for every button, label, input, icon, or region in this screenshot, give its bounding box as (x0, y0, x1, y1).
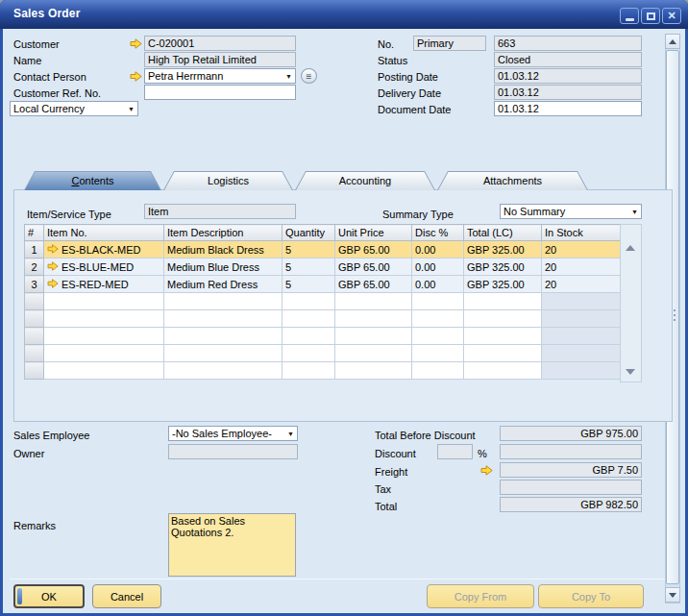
table-row-empty[interactable] (25, 310, 621, 328)
cancel-button-label: Cancel (111, 591, 143, 603)
copy-from-button[interactable]: Copy From (427, 584, 534, 608)
table-row[interactable]: 1ES-BLACK-MEDMedium Black Dress5GBP 65.0… (25, 241, 621, 259)
tab-accounting[interactable]: Accounting (295, 171, 435, 190)
column-header[interactable]: Disc % (412, 225, 464, 241)
disc-pct-cell[interactable]: 0.00 (412, 241, 464, 259)
customer-ref-label: Customer Ref. No. (13, 87, 101, 99)
table-scrollbar[interactable] (620, 224, 642, 382)
posting-date-field: 01.03.12 (494, 68, 642, 84)
column-header[interactable]: # (25, 225, 44, 241)
column-header[interactable]: Quantity (283, 225, 335, 241)
in-stock-cell[interactable]: 20 (542, 241, 621, 259)
summary-type-value: No Summary (504, 206, 565, 217)
tax-field (500, 480, 642, 495)
row-number-cell[interactable] (25, 328, 44, 345)
document-date-input[interactable] (494, 101, 642, 116)
discount-pct-field[interactable] (437, 444, 473, 459)
quantity-cell[interactable]: 5 (283, 259, 335, 276)
tab-label: Contents (24, 171, 161, 190)
link-arrow-icon[interactable] (47, 279, 59, 288)
contact-link-arrow-icon[interactable] (130, 71, 142, 82)
link-arrow-icon[interactable] (47, 261, 59, 271)
unit-price-cell[interactable]: GBP 65.00 (335, 241, 412, 259)
sales-employee-combo[interactable]: -No Sales Employee- ▼ (168, 426, 298, 441)
contact-menu-button[interactable]: ≡ (301, 68, 317, 84)
remarks-label: Remarks (13, 520, 56, 531)
no-series-field: Primary (413, 36, 486, 51)
quantity-cell[interactable]: 5 (283, 276, 335, 293)
row-number-cell[interactable]: 1 (25, 241, 44, 259)
copy-from-button-label: Copy From (455, 591, 506, 603)
table-row[interactable]: 3ES-RED-MEDMedium Red Dress5GBP 65.000.0… (25, 276, 621, 293)
tab-attachments[interactable]: Attachments (437, 171, 588, 190)
in-stock-cell[interactable]: 20 (542, 276, 621, 293)
delivery-date-label: Delivery Date (378, 87, 441, 99)
tab-logistics[interactable]: Logistics (163, 171, 293, 190)
customer-link-arrow-icon[interactable] (130, 38, 142, 49)
summary-type-label: Summary Type (382, 209, 454, 220)
column-header[interactable]: Item No. (44, 225, 164, 241)
summary-type-combo[interactable]: No Summary ▼ (500, 204, 642, 219)
item-description-cell[interactable]: Medium Blue Dress (164, 259, 283, 276)
table-row-empty[interactable] (25, 293, 621, 310)
item-description-cell[interactable]: Medium Red Dress (164, 276, 283, 293)
tab-label: Attachments (437, 171, 588, 190)
freight-label: Freight (375, 466, 407, 478)
chevron-down-icon[interactable]: ▼ (631, 209, 638, 215)
total-before-discount-field: GBP 975.00 (500, 426, 642, 441)
remarks-textarea[interactable]: Based on Sales Quotations 2. (168, 513, 296, 577)
row-number-cell[interactable] (25, 293, 44, 310)
ok-button[interactable]: OK (13, 584, 85, 608)
currency-combo[interactable]: Local Currency ▼ (10, 101, 138, 116)
window-scroll-down-button[interactable] (665, 587, 680, 603)
unit-price-cell[interactable]: GBP 65.00 (335, 259, 412, 276)
table-row[interactable]: 2ES-BLUE-MEDMedium Blue Dress5GBP 65.000… (25, 259, 621, 276)
column-header[interactable]: Unit Price (335, 225, 412, 241)
table-scroll-up-icon[interactable] (626, 245, 635, 251)
row-number-cell[interactable] (25, 362, 44, 380)
window-scroll-up-button[interactable] (665, 34, 680, 49)
cancel-button[interactable]: Cancel (92, 584, 161, 608)
customer-ref-input[interactable] (144, 85, 296, 100)
row-number-cell[interactable]: 2 (25, 259, 44, 276)
total-lc-cell[interactable]: GBP 325.00 (464, 276, 542, 293)
column-header[interactable]: Item Description (164, 225, 283, 241)
footer-divider (10, 579, 673, 579)
titlebar[interactable]: Sales Order (0, 0, 688, 29)
copy-to-button[interactable]: Copy To (538, 584, 644, 608)
total-field: GBP 982.50 (500, 497, 642, 512)
quantity-cell[interactable]: 5 (283, 241, 335, 259)
table-row-empty[interactable] (25, 362, 621, 380)
total-lc-cell[interactable]: GBP 325.00 (464, 259, 542, 276)
disc-pct-cell[interactable]: 0.00 (412, 276, 464, 293)
minimize-button[interactable] (620, 8, 639, 24)
link-arrow-icon[interactable] (47, 244, 59, 254)
chevron-down-icon[interactable]: ▼ (287, 431, 294, 437)
row-number-cell[interactable] (25, 310, 44, 328)
total-lc-cell[interactable]: GBP 325.00 (464, 241, 542, 259)
discount-label: Discount (375, 448, 416, 459)
table-row-empty[interactable] (25, 328, 621, 345)
freight-link-arrow-icon[interactable] (480, 465, 493, 476)
chevron-down-icon[interactable]: ▼ (285, 73, 292, 80)
item-no-cell[interactable]: ES-BLUE-MED (44, 259, 164, 276)
item-no-cell[interactable]: ES-BLACK-MED (44, 241, 164, 259)
in-stock-cell[interactable]: 20 (542, 259, 621, 276)
row-number-cell[interactable] (25, 345, 44, 362)
item-description-cell[interactable]: Medium Black Dress (164, 241, 283, 259)
item-no-cell[interactable]: ES-RED-MED (44, 276, 164, 293)
chevron-down-icon[interactable]: ▼ (128, 106, 135, 112)
maximize-button[interactable] (641, 8, 660, 24)
column-header[interactable]: Total (LC) (464, 225, 542, 241)
column-header[interactable]: In Stock (542, 225, 621, 241)
unit-price-cell[interactable]: GBP 65.00 (335, 276, 412, 293)
customer-label: Customer (13, 38, 60, 50)
table-scroll-down-icon[interactable] (626, 369, 635, 375)
total-label: Total (375, 501, 397, 512)
disc-pct-cell[interactable]: 0.00 (412, 259, 464, 276)
contact-person-combo[interactable]: Petra Herrmann ▼ (144, 68, 296, 84)
row-number-cell[interactable]: 3 (25, 276, 44, 293)
table-row-empty[interactable] (25, 345, 621, 362)
close-button[interactable]: ✕ (662, 8, 681, 24)
tab-contents[interactable]: Contents (24, 171, 161, 190)
